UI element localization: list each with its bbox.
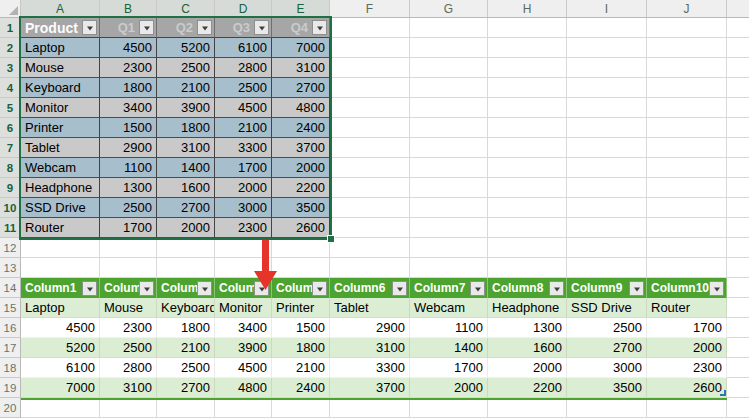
source-cell[interactable]: Webcam (21, 158, 100, 178)
transposed-cell[interactable]: 3000 (567, 358, 647, 378)
source-cell[interactable]: 1700 (100, 218, 157, 238)
filter-dropdown-icon[interactable] (254, 20, 269, 35)
row-header-16[interactable]: 16 (0, 318, 21, 338)
filter-dropdown-icon[interactable] (82, 20, 97, 35)
row-header-1[interactable]: 1 (0, 18, 21, 38)
source-cell[interactable]: 3100 (272, 58, 330, 78)
source-cell[interactable]: 2100 (215, 118, 272, 138)
column-header-D[interactable]: D (215, 0, 272, 17)
source-cell[interactable]: 3000 (215, 198, 272, 218)
transposed-cell[interactable]: 3100 (100, 378, 157, 398)
row-header-5[interactable]: 5 (0, 98, 21, 118)
transposed-cell[interactable]: 4500 (21, 318, 100, 338)
transposed-cell[interactable]: 2000 (410, 378, 488, 398)
transposed-cell[interactable]: 2500 (100, 338, 157, 358)
transposed-cell[interactable]: 1300 (488, 318, 567, 338)
row-header-19[interactable]: 19 (0, 378, 21, 398)
source-cell[interactable]: 3700 (272, 138, 330, 158)
transposed-cell[interactable]: 4500 (215, 358, 272, 378)
source-cell[interactable]: 4800 (272, 98, 330, 118)
filter-dropdown-icon[interactable] (139, 281, 154, 296)
transposed-cell[interactable]: 2000 (647, 338, 727, 358)
transposed-cell[interactable]: 3300 (330, 358, 410, 378)
column-header-C[interactable]: C (157, 0, 215, 17)
transposed-header-column10[interactable]: Column10 (647, 278, 727, 298)
source-header-q4[interactable]: Q4 (272, 18, 330, 38)
transposed-cell[interactable]: Keyboard (157, 298, 215, 318)
transposed-cell[interactable]: 1700 (410, 358, 488, 378)
source-cell[interactable]: 3100 (157, 138, 215, 158)
transposed-cell[interactable]: Webcam (410, 298, 488, 318)
row-header-8[interactable]: 8 (0, 158, 21, 178)
row-header-20[interactable]: 20 (0, 398, 21, 418)
filter-dropdown-icon[interactable] (197, 20, 212, 35)
filter-dropdown-icon[interactable] (82, 281, 97, 296)
source-cell[interactable]: Keyboard (21, 78, 100, 98)
select-all-corner[interactable] (0, 0, 21, 17)
transposed-header-column3[interactable]: Column3 (157, 278, 215, 298)
source-cell[interactable]: Printer (21, 118, 100, 138)
source-cell[interactable]: 2400 (272, 118, 330, 138)
source-cell[interactable]: 1400 (157, 158, 215, 178)
transposed-header-column8[interactable]: Column8 (488, 278, 567, 298)
transposed-cell[interactable]: SSD Drive (567, 298, 647, 318)
transposed-cell[interactable]: 1800 (157, 318, 215, 338)
transposed-cell[interactable]: 2100 (157, 338, 215, 358)
transposed-cell[interactable]: 1800 (272, 338, 330, 358)
transposed-cell[interactable]: 3700 (330, 378, 410, 398)
source-cell[interactable]: Headphone (21, 178, 100, 198)
transposed-header-column5[interactable]: Column5 (272, 278, 330, 298)
transposed-header-column2[interactable]: Column2 (100, 278, 157, 298)
row-header-3[interactable]: 3 (0, 58, 21, 78)
column-header-G[interactable]: G (410, 0, 488, 17)
source-cell[interactable]: 6100 (215, 38, 272, 58)
transposed-cell[interactable]: 3500 (567, 378, 647, 398)
transposed-cell[interactable]: 2900 (330, 318, 410, 338)
transposed-cell[interactable]: 5200 (21, 338, 100, 358)
transposed-cell[interactable]: 2400 (272, 378, 330, 398)
source-cell[interactable]: 1300 (100, 178, 157, 198)
transposed-cell[interactable]: 2800 (100, 358, 157, 378)
row-header-7[interactable]: 7 (0, 138, 21, 158)
filter-dropdown-icon[interactable] (139, 20, 154, 35)
column-header-I[interactable]: I (567, 0, 647, 17)
transposed-cell[interactable]: Printer (272, 298, 330, 318)
source-cell[interactable]: 2700 (157, 198, 215, 218)
transposed-cell[interactable]: 1400 (410, 338, 488, 358)
source-header-q2[interactable]: Q2 (157, 18, 215, 38)
transposed-cell[interactable]: 1600 (488, 338, 567, 358)
row-header-14[interactable]: 14 (0, 278, 21, 298)
filter-dropdown-icon[interactable] (312, 20, 327, 35)
fill-handle[interactable] (327, 235, 335, 243)
source-cell[interactable]: 1600 (157, 178, 215, 198)
transposed-cell[interactable]: 2300 (100, 318, 157, 338)
filter-dropdown-icon[interactable] (197, 281, 212, 296)
filter-dropdown-icon[interactable] (629, 281, 644, 296)
source-cell[interactable]: 2600 (272, 218, 330, 238)
transposed-cell[interactable]: 2000 (488, 358, 567, 378)
transposed-cell[interactable]: 2700 (157, 378, 215, 398)
transposed-cell[interactable]: 7000 (21, 378, 100, 398)
transposed-cell[interactable]: 4800 (215, 378, 272, 398)
row-header-11[interactable]: 11 (0, 218, 21, 238)
source-cell[interactable]: 1100 (100, 158, 157, 178)
transposed-cell[interactable]: 2500 (157, 358, 215, 378)
transpose-arrow-icon[interactable] (251, 240, 280, 292)
transposed-header-column1[interactable]: Column1 (21, 278, 100, 298)
row-header-18[interactable]: 18 (0, 358, 21, 378)
source-cell[interactable]: 1800 (157, 118, 215, 138)
column-header-F[interactable]: F (330, 0, 410, 17)
column-header-H[interactable]: H (488, 0, 567, 17)
source-cell[interactable]: 3900 (157, 98, 215, 118)
source-cell[interactable]: 4500 (100, 38, 157, 58)
transposed-cell[interactable]: Tablet (330, 298, 410, 318)
transposed-cell[interactable]: Mouse (100, 298, 157, 318)
source-header-q1[interactable]: Q1 (100, 18, 157, 38)
row-header-6[interactable]: 6 (0, 118, 21, 138)
source-cell[interactable]: Monitor (21, 98, 100, 118)
transposed-cell[interactable]: 2300 (647, 358, 727, 378)
filter-dropdown-icon[interactable] (709, 281, 724, 296)
row-header-9[interactable]: 9 (0, 178, 21, 198)
table-resize-handle[interactable] (720, 390, 726, 396)
source-cell[interactable]: 1800 (100, 78, 157, 98)
